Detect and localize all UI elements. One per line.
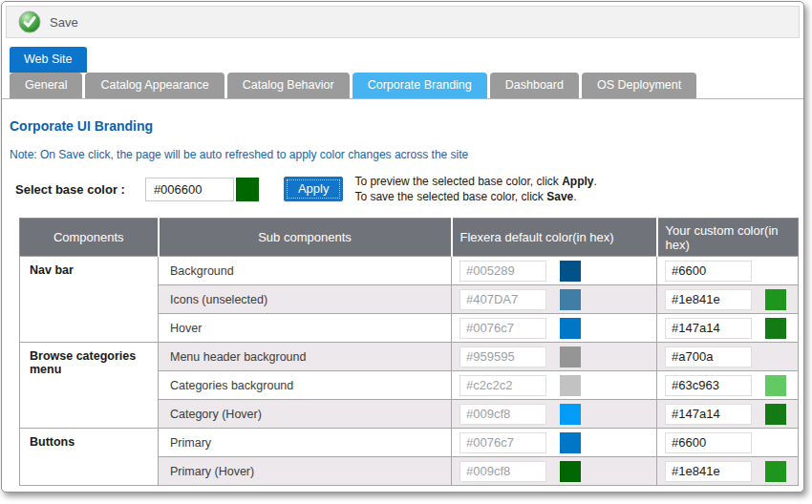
color-swatch — [560, 318, 581, 339]
base-color-swatch[interactable] — [236, 178, 259, 201]
color-swatch[interactable] — [765, 461, 786, 482]
table-header-row: ComponentsSub componentsFlexera default … — [20, 219, 799, 257]
table-row: Nav barBackground — [20, 257, 799, 285]
default-hex-input — [459, 261, 546, 282]
save-label: Save — [50, 15, 78, 30]
tab-bar-underline: GeneralCatalog AppearanceCatalog Behavio… — [2, 73, 803, 99]
default-color-cell — [452, 429, 657, 457]
help-text: To preview the selected base color, clic… — [354, 174, 596, 204]
default-hex-input — [459, 461, 546, 482]
default-hex-input — [459, 346, 546, 368]
custom-hex-input[interactable] — [665, 375, 752, 396]
default-color-cell — [452, 400, 657, 429]
subcomponent-cell: Icons (unselected) — [159, 285, 452, 314]
custom-color-cell — [657, 257, 799, 285]
default-color-cell — [452, 314, 657, 343]
apply-button[interactable]: Apply — [284, 177, 344, 201]
component-cell: Nav bar — [20, 257, 159, 343]
custom-color-cell — [657, 400, 799, 429]
default-hex-input — [459, 432, 546, 453]
table-row: ButtonsPrimary — [20, 429, 799, 457]
base-color-row: Select base color : Apply To preview the… — [10, 174, 796, 204]
color-swatch — [560, 461, 581, 482]
tab-catalog-behavior[interactable]: Catalog Behavior — [227, 73, 350, 98]
column-header: Sub components — [159, 219, 452, 257]
default-color-cell — [452, 257, 657, 285]
branding-table: ComponentsSub componentsFlexera default … — [19, 218, 799, 486]
help-line-2: To save the selected base color, click S… — [354, 189, 596, 204]
tab-dashboard[interactable]: Dashboard — [490, 73, 579, 98]
tab-bar: GeneralCatalog AppearanceCatalog Behavio… — [10, 73, 803, 98]
color-swatch[interactable] — [765, 318, 786, 339]
custom-hex-input[interactable] — [665, 461, 752, 482]
subcomponent-cell: Category (Hover) — [159, 400, 452, 429]
custom-hex-input[interactable] — [665, 432, 752, 453]
color-swatch — [560, 346, 581, 368]
tab-general[interactable]: General — [10, 73, 82, 98]
tab-web-site[interactable]: Web Site — [10, 47, 87, 73]
default-color-cell — [452, 343, 657, 371]
custom-hex-input[interactable] — [665, 404, 752, 425]
custom-color-cell — [657, 343, 799, 371]
color-swatch — [560, 404, 581, 425]
table-body: Nav barBackgroundIcons (unselected)Hover… — [20, 257, 799, 486]
tab-catalog-appearance[interactable]: Catalog Appearance — [85, 73, 224, 98]
custom-hex-input[interactable] — [665, 289, 752, 310]
custom-color-cell — [657, 429, 799, 457]
note-text: Note: On Save click, the page will be au… — [10, 148, 796, 161]
corporate-branding-panel: Corporate UI Branding Note: On Save clic… — [2, 118, 803, 486]
color-swatch — [560, 289, 581, 310]
component-cell: Browse categories menu — [20, 343, 159, 429]
base-color-input[interactable] — [145, 178, 234, 201]
help-line-1: To preview the selected base color, clic… — [354, 174, 596, 189]
color-swatch[interactable] — [765, 404, 786, 425]
default-color-cell — [452, 285, 657, 314]
default-hex-input — [459, 404, 546, 425]
custom-color-cell — [657, 371, 799, 400]
tab-os-deployment[interactable]: OS Deployment — [582, 73, 696, 98]
subcomponent-cell: Primary (Hover) — [159, 457, 452, 486]
custom-hex-input[interactable] — [665, 318, 752, 339]
custom-color-cell — [657, 285, 799, 314]
default-hex-input — [459, 375, 546, 396]
column-header: Your custom color(in hex) — [657, 219, 799, 257]
custom-color-cell — [657, 457, 799, 486]
default-color-cell — [452, 457, 657, 486]
subcomponent-cell: Background — [159, 257, 452, 285]
save-check-icon — [18, 10, 41, 33]
color-swatch — [560, 261, 581, 282]
toolbar: Save — [6, 6, 800, 38]
subcomponent-cell: Menu header background — [159, 343, 452, 371]
subcomponent-cell: Categories background — [159, 371, 452, 400]
base-color-label: Select base color : — [15, 182, 125, 197]
subcomponent-cell: Hover — [159, 314, 452, 343]
custom-hex-input[interactable] — [665, 261, 752, 282]
custom-hex-input[interactable] — [665, 346, 752, 368]
table-row: Browse categories menuMenu header backgr… — [20, 343, 799, 371]
column-header: Components — [20, 219, 159, 257]
color-swatch — [560, 375, 581, 396]
color-swatch — [560, 432, 581, 453]
color-swatch[interactable] — [765, 289, 786, 310]
default-hex-input — [459, 289, 546, 310]
color-swatch[interactable] — [765, 375, 786, 396]
settings-window: Save Web Site GeneralCatalog AppearanceC… — [1, 1, 804, 493]
page-title: Corporate UI Branding — [10, 118, 796, 134]
tab-corporate-branding[interactable]: Corporate Branding — [353, 73, 487, 98]
default-color-cell — [452, 371, 657, 400]
custom-color-cell — [657, 314, 799, 343]
column-header: Flexera default color(in hex) — [452, 219, 657, 257]
subcomponent-cell: Primary — [159, 429, 452, 457]
component-cell: Buttons — [20, 429, 159, 486]
save-button[interactable]: Save — [18, 10, 78, 33]
default-hex-input — [459, 318, 546, 339]
